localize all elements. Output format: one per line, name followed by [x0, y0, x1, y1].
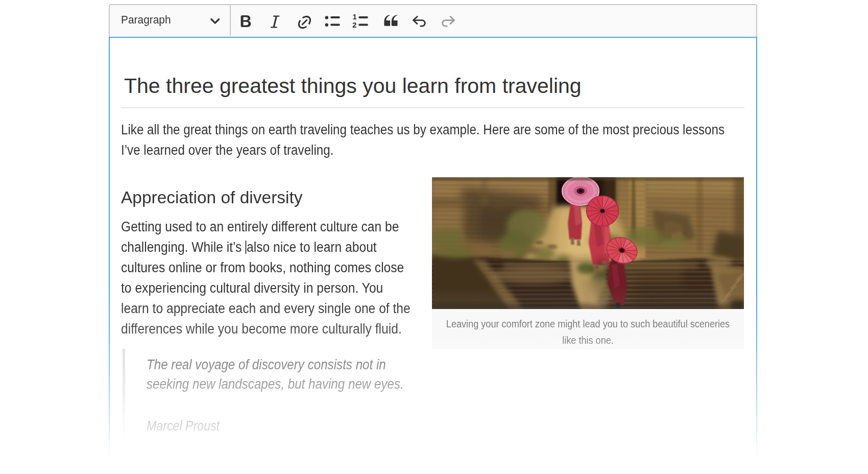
svg-text:2: 2 [352, 20, 356, 29]
svg-text:1: 1 [353, 13, 357, 21]
